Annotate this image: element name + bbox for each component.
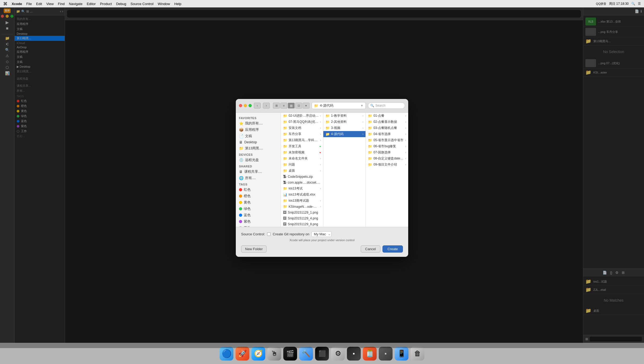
browser-item[interactable]: 🖼 Snip20151129_8.png (281, 221, 323, 227)
sidebar-documents[interactable]: 📄 文稿 (236, 133, 281, 139)
browser-item[interactable]: 📁 07-黑马QQ列表(优化) › (281, 119, 323, 125)
browser-item[interactable]: 📁 02-点餐显示数据 › (366, 119, 408, 125)
menu-help[interactable]: Help (174, 2, 181, 6)
view-list-btn[interactable]: ≡ (280, 103, 287, 109)
git-checkbox[interactable] (267, 232, 271, 236)
browser-item[interactable]: 📁 05-省市显示选中省市 › (366, 137, 408, 143)
sidebar-tag-purple[interactable]: 紫色 (236, 218, 281, 225)
dock-safari[interactable]: 🧭 (251, 347, 265, 361)
sidebar-tag-yellow[interactable]: 黄色 (236, 199, 281, 206)
apple-menu[interactable]: ⌘ (3, 1, 7, 6)
nav-back-button[interactable]: ‹ (254, 103, 261, 109)
menu-view[interactable]: View (46, 2, 54, 6)
sidebar-tag-blue[interactable]: 蓝色 (236, 212, 281, 218)
dialog-close-button[interactable] (239, 104, 242, 107)
browser-item[interactable]: 📁 03-点餐随机点餐 › (366, 125, 408, 131)
dock-xcode[interactable]: 🔨 (299, 347, 313, 361)
dialog-path-bar[interactable]: 📁 4-源代码 ▼ (312, 102, 366, 109)
menu-icon[interactable]: ☰ (638, 2, 641, 6)
menu-editor[interactable]: Editor (87, 2, 96, 6)
browser-item[interactable]: 📁 开发工具 ● (281, 143, 323, 149)
browser-item[interactable]: 📁 第13期黑马…学科就业班 › (281, 137, 323, 143)
dock-trash[interactable]: 🗑 (411, 347, 424, 361)
browser-item[interactable]: 📁 车丹分享 › (281, 131, 323, 137)
dock-dark-app[interactable]: ▪ (347, 347, 361, 361)
sidebar-tag-orange[interactable]: 橙色 (236, 193, 281, 199)
sidebar-apps[interactable]: 📦 应用程序 (236, 127, 281, 133)
dock-launchpad[interactable]: 🚀 (236, 347, 249, 361)
browser-item[interactable]: 🖼 Snip20151129_4.png (281, 215, 323, 221)
dock-finder[interactable]: 🔵 (220, 347, 233, 361)
browser-item[interactable]: 📁 未命名文件夹 › (281, 155, 323, 162)
new-folder-button[interactable]: New Folder (241, 245, 267, 253)
browser-item[interactable]: 📁 安装文档 › (281, 125, 323, 131)
browser-item[interactable]: 📁 01-点餐 › (366, 113, 408, 119)
menu-debug[interactable]: Debug (116, 2, 126, 6)
sidebar-desktop[interactable]: 🖥 Desktop (236, 139, 281, 145)
browser-item[interactable]: 📁 3-视频 › (323, 125, 365, 131)
sidebar-all[interactable]: 🌐 所有.... (236, 175, 281, 181)
dialog-minimize-button[interactable] (244, 104, 247, 107)
paprika-icon: 🫙 (365, 349, 374, 358)
dock-terminal[interactable]: ⬛ (315, 347, 329, 361)
source-control-label: Source Control: (241, 232, 265, 236)
menu-product[interactable]: Product (100, 2, 112, 6)
browser-item[interactable]: 📁 07-国旗选择 › (366, 149, 408, 155)
browser-item[interactable]: 📁 1-教学资料 › (323, 113, 365, 119)
browser-item[interactable]: 📁 02-UI进阶…序启动原理 › (281, 113, 323, 119)
dialog-search-bar[interactable]: 🔍 Search (368, 102, 405, 109)
browser-item-selected[interactable]: 📁 4-源代码 › (323, 131, 365, 137)
view-column-btn[interactable]: ▥ (288, 103, 295, 109)
nav-forward-button[interactable]: › (263, 103, 270, 109)
menu-find[interactable]: Find (58, 2, 64, 6)
menu-file[interactable]: File (26, 2, 32, 6)
browser-item[interactable]: 🗜 com.apple.....docset.zip (281, 180, 323, 185)
search-icon[interactable]: 🔍 (631, 2, 635, 6)
menu-edit[interactable]: Edit (36, 2, 42, 6)
sidebar-tag-work[interactable]: 工作 (236, 225, 281, 227)
git-location-select[interactable]: My Mac ⌄ (311, 231, 332, 237)
browser-item[interactable]: 📁 问题 › (281, 162, 323, 168)
view-gallery-btn[interactable]: ⊡ (295, 103, 302, 109)
dock-photos[interactable]: 🎬 (283, 347, 297, 361)
xcode-icon: 🔨 (302, 349, 310, 358)
menu-source-control[interactable]: Source Control (130, 2, 154, 6)
sidebar-remote-disc[interactable]: 💿 远程光盘 (236, 157, 281, 163)
view-icon-btn[interactable]: ⊞ (273, 103, 280, 109)
browser-item[interactable]: 📁 2-其他资料 › (323, 119, 365, 125)
browser-column-2: 📁 1-教学资料 › 📁 2-其他资料 › 📁 3-视频 › (323, 113, 366, 227)
browser-item[interactable]: 📁 09-项目文件介绍 › (366, 162, 408, 168)
dock-window-manager[interactable]: ▪ (379, 347, 393, 361)
browser-column-1: 📁 02-UI进阶…序启动原理 › 📁 07-黑马QQ列表(优化) › 📁 安装… (281, 113, 323, 227)
dock-system-preferences[interactable]: ⚙ (331, 347, 345, 361)
sidebar-tag-green[interactable]: 绿色 (236, 206, 281, 212)
dock-paprika[interactable]: 🫙 (363, 347, 377, 361)
dialog-browser: 📁 02-UI进阶…序启动原理 › 📁 07-黑马QQ列表(优化) › 📁 安装… (281, 113, 408, 227)
sidebar-week13[interactable]: 📁 第13周黑.... (236, 145, 281, 151)
browser-item[interactable]: 🖼 Snip20151129_1.png (281, 210, 323, 215)
sidebar-tag-red[interactable]: 红色 (236, 187, 281, 193)
browser-item[interactable]: 📁 08-自定义键盘datePicker › (366, 155, 408, 162)
browser-item[interactable]: 🗜 CodeSnippets.zip (281, 174, 323, 180)
browser-item[interactable]: 📁 桌面 › (281, 168, 323, 174)
browser-item[interactable]: 📁 06-省市bug修复 › (366, 143, 408, 149)
sidebar-course-share[interactable]: 🖥 课程共享.... (236, 168, 281, 175)
cancel-button[interactable]: Cancel (361, 245, 380, 253)
dialog-maximize-button[interactable] (249, 104, 252, 107)
create-button[interactable]: Create (382, 245, 403, 253)
dock-mouse[interactable]: 🖱 (267, 347, 281, 361)
sidebar-item-label: 我的所有.... (245, 121, 263, 126)
browser-item[interactable]: 📁 04-省市选择 › (366, 131, 408, 137)
menu-navigate[interactable]: Navigate (69, 2, 82, 6)
menu-window[interactable]: Window (158, 2, 170, 6)
dock-app2[interactable]: 📱 (395, 347, 408, 361)
sidebar-favorites-all[interactable]: ⭐ 我的所有.... (236, 120, 281, 127)
menu-xcode[interactable]: Xcode (12, 2, 22, 6)
browser-item[interactable]: 📁 ios13考试 › (281, 185, 323, 192)
view-more-btn[interactable]: ▾ (303, 103, 310, 109)
browser-item[interactable]: 📁 未加密视频 ● (281, 149, 323, 155)
browser-item[interactable]: 📁 KSImageN…ode-master › (281, 204, 323, 210)
browser-item[interactable]: 📊 ios13考试成绩.xlsx (281, 192, 323, 198)
browser-item[interactable]: 📁 ios13期考试题 › (281, 198, 323, 204)
search-icon: 🔍 (370, 104, 374, 107)
